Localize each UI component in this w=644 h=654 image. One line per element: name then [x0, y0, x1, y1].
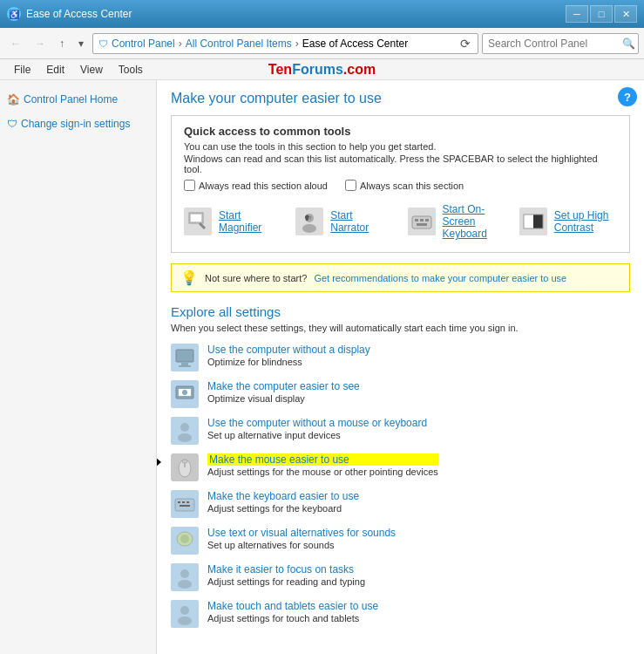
svg-rect-15	[181, 363, 188, 365]
tool-narrator[interactable]: 🗣 Start Narrator	[295, 203, 393, 240]
svg-point-24	[182, 460, 187, 463]
menu-tools[interactable]: Tools	[112, 62, 150, 78]
tool-contrast[interactable]: Set up High Contrast	[519, 203, 617, 240]
svg-rect-10	[417, 223, 427, 226]
touch-tablets-link[interactable]: Make touch and tablets easier to use	[207, 600, 378, 612]
address-part1[interactable]: Control Panel	[112, 37, 175, 50]
svg-rect-14	[176, 350, 193, 362]
address-part2[interactable]: All Control Panel Items	[186, 37, 292, 50]
close-button[interactable]: ✕	[614, 5, 637, 23]
sound-alt-link[interactable]: Use text or visual alternatives for soun…	[207, 527, 396, 539]
shield-icon: 🛡	[7, 118, 17, 130]
svg-rect-1	[191, 215, 201, 221]
no-mouse-link[interactable]: Use the computer without a mouse or keyb…	[207, 417, 427, 429]
touch-tablets-desc: Adjust settings for touch and tablets	[207, 613, 359, 623]
keyboard-easier-text: Make the keyboard easier to use Adjust s…	[207, 490, 359, 514]
keyboard-label: Start On-Screen Keyboard	[443, 203, 505, 240]
tool-keyboard[interactable]: Start On-Screen Keyboard	[408, 203, 505, 240]
easier-see-text: Make the computer easier to see Optimize…	[207, 380, 360, 405]
contrast-icon	[519, 208, 547, 235]
tenforums-logo: TenForums.com	[268, 62, 376, 78]
svg-point-4	[302, 224, 316, 233]
quick-access-desc1: You can use the tools in this section to…	[184, 141, 617, 152]
maximize-button[interactable]: □	[590, 5, 613, 23]
menu-view[interactable]: View	[73, 62, 110, 78]
refresh-button[interactable]: ⟳	[458, 37, 472, 51]
easier-see-desc: Optimize visual display	[207, 393, 305, 404]
svg-point-35	[178, 617, 192, 625]
search-icon: 🔍	[622, 37, 635, 50]
recent-button[interactable]: ▾	[73, 34, 89, 53]
checkbox-scan[interactable]: Always scan this section	[345, 180, 464, 191]
help-button[interactable]: ?	[618, 87, 637, 106]
no-mouse-text: Use the computer without a mouse or keyb…	[207, 417, 427, 441]
mouse-easier-link[interactable]: Make the mouse easier to use	[207, 453, 438, 466]
sidebar-control-panel-home[interactable]: 🏠 Control Panel Home	[0, 91, 156, 108]
explore-desc: When you select these settings, they wil…	[171, 323, 630, 333]
recommendation-link[interactable]: Get recommendations to make your compute…	[314, 273, 566, 283]
setting-no-display: Use the computer without a display Optim…	[171, 344, 630, 371]
svg-rect-26	[178, 501, 180, 503]
quick-access-desc2: Windows can read and scan this list auto…	[184, 153, 617, 174]
tools-row: Start Magnifier 🗣 Start Narrator Start O…	[184, 200, 617, 243]
svg-point-21	[178, 433, 192, 442]
explore-title: Explore all settings	[171, 304, 630, 319]
checkbox-read-aloud-label: Always read this section aloud	[199, 181, 328, 191]
setting-focus-tasks: Make it easier to focus on tasks Adjust …	[171, 563, 630, 591]
address-bar: 🛡 Control Panel › All Control Panel Item…	[92, 33, 478, 54]
easier-see-link[interactable]: Make the computer easier to see	[207, 380, 360, 392]
mouse-icon	[171, 453, 199, 481]
easier-see-icon	[171, 380, 199, 408]
checkboxes-row: Always read this section aloud Always sc…	[184, 180, 617, 191]
sound-alt-text: Use text or visual alternatives for soun…	[207, 527, 396, 551]
svg-rect-6	[412, 216, 431, 228]
touch-tablets-icon	[171, 600, 199, 628]
window-title: Ease of Access Center	[26, 8, 132, 20]
nav-bar: ← → ↑ ▾ 🛡 Control Panel › All Control Pa…	[0, 28, 644, 59]
mouse-easier-text: Make the mouse easier to use Adjust sett…	[207, 453, 438, 478]
menu-file[interactable]: File	[7, 62, 37, 78]
no-display-link[interactable]: Use the computer without a display	[207, 344, 370, 356]
address-icon: 🛡	[98, 38, 108, 49]
menu-edit[interactable]: Edit	[39, 62, 71, 78]
recommendation-icon: 💡	[180, 269, 198, 286]
keyboard-easier-icon	[171, 490, 199, 518]
mouse-easier-desc: Adjust settings for the mouse or other p…	[207, 467, 438, 477]
checkbox-scan-label: Always scan this section	[360, 181, 464, 191]
search-bar[interactable]: 🔍	[482, 33, 639, 54]
sidebar-home-label: Control Panel Home	[24, 93, 118, 106]
focus-tasks-text: Make it easier to focus on tasks Adjust …	[207, 563, 365, 588]
tool-magnifier[interactable]: Start Magnifier	[184, 203, 281, 240]
svg-rect-12	[524, 215, 533, 228]
keyboard-easier-link[interactable]: Make the keyboard easier to use	[207, 490, 359, 502]
search-input[interactable]	[488, 37, 619, 50]
no-mouse-icon	[171, 417, 199, 445]
no-display-text: Use the computer without a display Optim…	[207, 344, 370, 368]
page-title: Make your computer easier to use	[171, 91, 630, 106]
back-button[interactable]: ←	[5, 34, 26, 53]
setting-mouse-easier: Click on Make the mouse easier to use Ad…	[171, 453, 630, 481]
sidebar-change-signin[interactable]: 🛡 Change sign-in settings	[0, 115, 156, 133]
setting-easier-see: Make the computer easier to see Optimize…	[171, 380, 630, 408]
title-bar: ♿ Ease of Access Center ─ □ ✕	[0, 0, 644, 28]
no-display-desc: Optimize for blindness	[207, 357, 302, 367]
main-panel: ? Make your computer easier to use Quick…	[157, 80, 644, 654]
setting-keyboard-easier: Make the keyboard easier to use Adjust s…	[171, 490, 630, 518]
svg-point-33	[178, 580, 192, 589]
forward-button[interactable]: →	[30, 34, 51, 53]
minimize-button[interactable]: ─	[566, 5, 588, 23]
up-button[interactable]: ↑	[54, 34, 70, 53]
focus-tasks-link[interactable]: Make it easier to focus on tasks	[207, 563, 365, 576]
magnifier-icon	[184, 208, 212, 235]
window-controls: ─ □ ✕	[566, 5, 637, 23]
no-mouse-desc: Set up alternative input devices	[207, 430, 341, 440]
checkbox-read-aloud[interactable]: Always read this section aloud	[184, 180, 328, 191]
checkbox-scan-input[interactable]	[345, 180, 356, 191]
svg-text:🗣: 🗣	[304, 214, 312, 222]
menu-bar: File Edit View Tools TenForums.com	[0, 59, 644, 80]
checkbox-read-aloud-input[interactable]	[184, 180, 195, 191]
svg-point-20	[180, 423, 189, 432]
svg-point-31	[180, 535, 189, 543]
narrator-label: Start Narrator	[330, 209, 393, 234]
home-icon: 🏠	[7, 93, 20, 106]
